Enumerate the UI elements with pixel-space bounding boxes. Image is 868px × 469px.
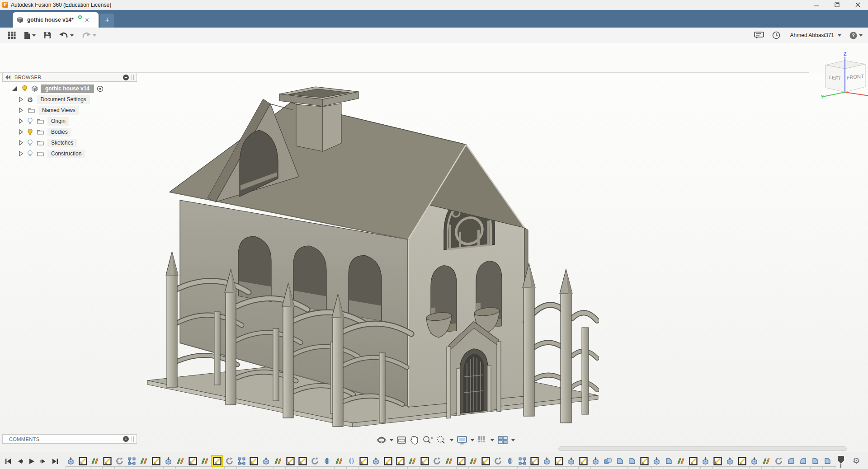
timeline-feature-revolve[interactable] [432, 456, 442, 466]
timeline-feature-sketch[interactable] [383, 456, 393, 466]
timeline-feature-sketch[interactable] [285, 456, 295, 466]
timeline-feature-mirror[interactable] [334, 456, 344, 466]
timeline-feature-sketch[interactable] [420, 456, 429, 466]
timeline-position-marker[interactable] [837, 455, 844, 468]
view-cube[interactable]: LEFT FRONT Z Y X [818, 52, 868, 101]
tree-node-label[interactable]: Bodies [47, 128, 71, 136]
timeline-feature-extrude[interactable] [749, 456, 759, 466]
browser-node-bodies[interactable]: Bodies [0, 127, 71, 137]
timeline-feature-extrude[interactable] [590, 456, 600, 466]
timeline-go-to-start-button[interactable] [5, 458, 12, 465]
nav-display-settings-button[interactable] [457, 435, 474, 445]
nav-look-at-button[interactable] [396, 435, 406, 445]
job-status-button[interactable] [772, 31, 780, 39]
timeline-feature-mirror[interactable] [761, 456, 771, 466]
timeline-feature-mirror2[interactable] [346, 456, 356, 466]
nav-viewports-button[interactable] [497, 435, 515, 445]
timeline-feature-mirror[interactable] [200, 456, 210, 466]
gothic-house-3d-model[interactable] [147, 84, 599, 434]
activate-component-icon[interactable] [97, 85, 104, 92]
tree-node-label[interactable]: Document Settings [37, 95, 90, 104]
browser-panel-grip[interactable] [132, 75, 134, 80]
timeline-feature-extrude[interactable] [542, 456, 552, 466]
tree-node-label[interactable]: Origin [47, 117, 69, 126]
browser-collapse-button[interactable]: − [123, 75, 129, 80]
dropdown-caret-icon[interactable] [491, 439, 494, 441]
timeline-feature-revolve[interactable] [224, 456, 234, 466]
visibility-bulb-icon[interactable] [27, 150, 33, 157]
timeline-step-back-button[interactable] [16, 458, 24, 465]
close-button[interactable] [847, 0, 868, 10]
timeline-feature-extrude[interactable] [725, 456, 735, 466]
tree-node-label[interactable]: Construction [47, 150, 85, 158]
timeline-feature-sketch[interactable] [212, 456, 222, 466]
timeline-feature-fillet[interactable] [798, 456, 808, 466]
nav-window-zoom-button[interactable] [436, 435, 453, 445]
comments-expand-button[interactable]: + [123, 436, 129, 442]
dropdown-caret-icon[interactable] [471, 439, 474, 441]
comments-panel-grip[interactable] [132, 436, 134, 442]
app-grid-button[interactable] [8, 32, 16, 39]
save-button[interactable] [44, 32, 51, 39]
browser-node-document-settings[interactable]: ⚙Document Settings [0, 94, 90, 104]
timeline-feature-pattern[interactable] [236, 456, 246, 466]
timeline-feature-sketch[interactable] [688, 456, 698, 466]
expand-icon[interactable] [19, 118, 23, 124]
nav-pan-button[interactable] [410, 435, 419, 445]
timeline-feature-sketch[interactable] [102, 456, 112, 466]
timeline-feature-sketch[interactable] [712, 456, 722, 466]
timeline-feature-sketch[interactable] [554, 456, 564, 466]
comments-panel-header[interactable]: COMMENTS + [2, 434, 137, 444]
browser-node-origin[interactable]: Origin [0, 116, 69, 126]
help-menu[interactable]: ? [849, 32, 863, 39]
visibility-bulb-icon[interactable] [27, 139, 33, 146]
nav-grid-settings-button[interactable] [477, 435, 494, 445]
expand-icon[interactable] [19, 129, 23, 135]
visibility-bulb-icon[interactable] [27, 128, 33, 136]
nav-zoom-button[interactable]: ± [422, 435, 433, 445]
timeline-feature-extrude[interactable] [371, 456, 381, 466]
undo-button[interactable] [59, 32, 74, 39]
timeline-feature-sketch[interactable] [359, 456, 368, 466]
timeline-feature-mirror2[interactable] [322, 456, 332, 466]
timeline-feature-revolve[interactable] [114, 456, 124, 466]
timeline-feature-sketch[interactable] [151, 456, 161, 466]
user-menu[interactable]: Ahmed Abbasi371 [780, 32, 841, 38]
root-expand-icon[interactable] [11, 86, 17, 92]
timeline-feature-sketch[interactable] [297, 456, 307, 466]
timeline-scrollbar[interactable] [558, 446, 847, 451]
timeline-step-forward-button[interactable] [40, 458, 47, 465]
model-canvas[interactable]: BROWSER − gothic house v14⚙Document Sett… [0, 73, 868, 454]
timeline-feature-mirror[interactable] [407, 456, 417, 466]
timeline-feature-extrude[interactable] [66, 456, 75, 466]
collapse-panel-icon[interactable] [5, 75, 11, 80]
timeline-feature-extrude[interactable] [566, 456, 576, 466]
timeline-feature-sketch[interactable] [78, 456, 88, 466]
timeline-feature-sketch[interactable] [639, 456, 649, 466]
timeline-feature-sketch[interactable] [578, 456, 588, 466]
timeline-feature-sketch[interactable] [529, 456, 539, 466]
timeline-feature-revolve[interactable] [774, 456, 783, 466]
timeline-feature-chamfer[interactable] [615, 456, 625, 466]
browser-node-named-views[interactable]: Named Views [0, 105, 79, 115]
document-tab[interactable]: gothic house v14* ✕ [13, 12, 99, 28]
timeline-feature-revolve[interactable] [310, 456, 320, 466]
root-node-label[interactable]: gothic house v14 [41, 84, 94, 93]
timeline-go-to-end-button[interactable] [52, 458, 59, 465]
timeline-play-button[interactable] [28, 458, 35, 465]
browser-root-node[interactable]: gothic house v14 [0, 84, 104, 94]
expand-icon[interactable] [19, 151, 23, 156]
new-tab-button[interactable]: + [100, 14, 114, 28]
timeline-feature-sketch[interactable] [456, 456, 466, 466]
tree-node-label[interactable]: Sketches [47, 139, 77, 147]
timeline-feature-sketch[interactable] [395, 456, 405, 466]
timeline-feature-extrude[interactable] [651, 456, 661, 466]
timeline-feature-pattern[interactable] [127, 456, 137, 466]
tree-node-label[interactable]: Named Views [38, 106, 79, 115]
minimize-button[interactable] [806, 0, 826, 10]
timeline-feature-combine[interactable] [603, 456, 613, 466]
timeline-feature-mirror[interactable] [139, 456, 149, 466]
redo-button[interactable] [82, 32, 96, 39]
timeline-feature-mirror[interactable] [444, 456, 454, 466]
timeline-feature-fillet[interactable] [786, 456, 796, 466]
